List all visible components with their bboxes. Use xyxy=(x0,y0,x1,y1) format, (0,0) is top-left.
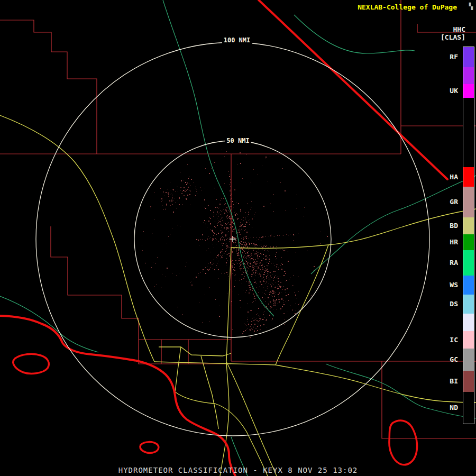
legend-swatch xyxy=(463,98,474,167)
rivers xyxy=(0,0,476,476)
legend-label-ra: RA xyxy=(450,259,458,267)
site-title: NEXLAB-College of DuPage xyxy=(358,3,457,11)
legend-swatch xyxy=(463,67,474,84)
legend-label-bd: BD xyxy=(450,222,458,230)
legend-label-ic: IC xyxy=(450,335,458,343)
legend-label-bi: BI xyxy=(450,377,458,385)
legend-colorbar xyxy=(463,47,474,424)
legend-swatch-uk xyxy=(463,84,474,98)
product-code: HHC xyxy=(441,25,465,33)
legend-swatch xyxy=(463,314,474,331)
legend-labels: RFUKHAGRBDHRRAWSDSICGCBIND xyxy=(440,47,458,423)
legend-swatch-ds xyxy=(463,295,474,314)
range-rings xyxy=(36,42,429,436)
cod-logo-icon: ▚ xyxy=(469,3,473,10)
legend-swatch-gr xyxy=(463,187,474,217)
county-borders xyxy=(0,0,476,438)
state-border-line xyxy=(259,0,447,179)
legend-swatch-ra xyxy=(463,250,474,276)
radar-echoes xyxy=(142,150,328,338)
radar-center-marker xyxy=(230,236,236,242)
legend-label-gr: GR xyxy=(450,198,458,206)
legend-swatch-bd xyxy=(463,217,474,234)
legend-label-ds: DS xyxy=(450,300,458,308)
legend-label-uk: UK xyxy=(450,87,458,95)
legend-label-rf: RF xyxy=(450,53,458,61)
product-mode: [CLAS] xyxy=(441,33,465,41)
range-ring-label-50nmi: 50 NMI xyxy=(225,137,251,144)
legend-label-ws: WS xyxy=(450,281,458,289)
legend-swatch-ha xyxy=(463,167,474,187)
legend-label-nd: ND xyxy=(450,404,458,411)
status-line: HYDROMETEOR CLASSIFICATION - KEYX 8 NOV … xyxy=(118,466,358,474)
legend-swatch-bi xyxy=(463,371,474,392)
legend-swatch-nd xyxy=(463,392,474,424)
legend-label-ha: HA xyxy=(450,172,458,180)
legend-swatch-ws xyxy=(463,276,474,295)
legend-label-gc: GC xyxy=(450,355,458,363)
product-info: HHC [CLAS] xyxy=(441,25,465,41)
legend-swatch-hr xyxy=(463,234,474,250)
radar-display: 100 NMI 50 NMI NEXLAB-College of DuPage … xyxy=(0,0,476,476)
legend-swatch-rf xyxy=(463,47,474,67)
radar-map xyxy=(0,0,476,476)
range-ring-label-100nmi: 100 NMI xyxy=(222,36,252,44)
legend-swatch-ic xyxy=(463,331,474,349)
legend-label-hr: HR xyxy=(450,238,458,246)
legend-swatch-gc xyxy=(463,349,474,371)
